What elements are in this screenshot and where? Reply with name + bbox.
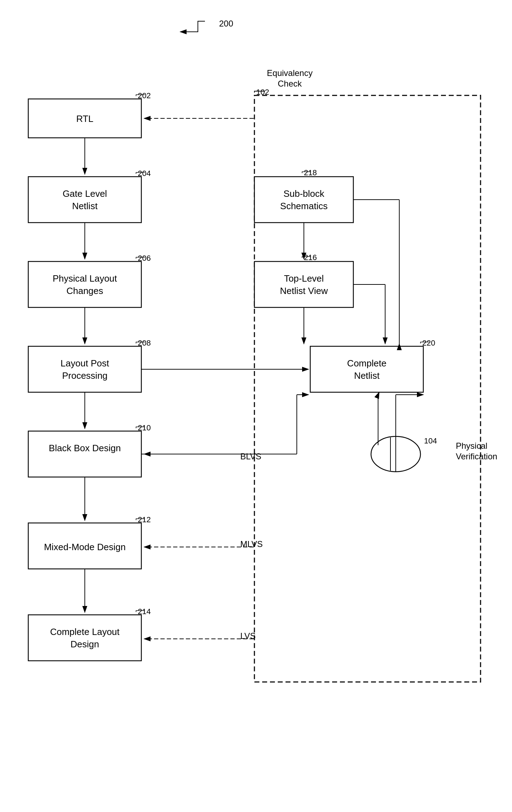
diagram-container: 200 Equivalency Check 102 RTL 202 Gate L…: [0, 0, 512, 812]
layout-post-label2: Processing: [62, 370, 108, 381]
ref-204: 204: [138, 169, 151, 178]
sub-block-label1: Sub-block: [283, 188, 325, 199]
complete-netlist-box: [310, 346, 423, 392]
diagram-svg: 200 Equivalency Check 102 RTL 202 Gate L…: [0, 0, 512, 812]
ref-104: 104: [424, 436, 437, 445]
gate-level-label2: Netlist: [72, 201, 98, 211]
complete-layout-label2: Design: [71, 639, 99, 649]
ref-216: 216: [304, 253, 317, 262]
ref-212: 212: [138, 515, 151, 524]
complete-netlist-label1: Complete: [347, 358, 386, 369]
top-level-label1: Top-Level: [284, 273, 324, 284]
black-box-box: [28, 431, 141, 477]
equivalency-check-label2: Check: [278, 79, 302, 88]
equivalency-check-label: Equivalency: [267, 68, 312, 78]
ref-208: 208: [138, 339, 151, 347]
rtl-label: RTL: [76, 113, 94, 124]
ref-210: 210: [138, 423, 151, 432]
phys-layout-box: [28, 261, 141, 307]
mixed-mode-label: Mixed-Mode Design: [44, 542, 125, 552]
ref-200: 200: [219, 19, 233, 28]
complete-layout-box: [28, 615, 141, 661]
phys-ver-label1: Physical: [456, 441, 487, 451]
blvs-label: BLVS: [240, 452, 261, 461]
sub-block-label2: Schematics: [280, 201, 328, 211]
phys-layout-label1: Physical Layout: [53, 273, 117, 284]
phys-ver-label2: Verification: [456, 452, 497, 461]
gate-level-box: [28, 177, 141, 223]
phys-layout-label2: Changes: [66, 286, 103, 296]
complete-netlist-label2: Netlist: [354, 370, 380, 381]
sub-block-box: [254, 177, 353, 223]
layout-post-label1: Layout Post: [60, 358, 109, 369]
ref-102: 102: [256, 88, 269, 96]
ref-214: 214: [138, 607, 151, 616]
ref-202: 202: [138, 91, 151, 100]
complete-layout-label1: Complete Layout: [50, 626, 120, 637]
top-level-box: [254, 261, 353, 307]
ref-220: 220: [422, 339, 435, 347]
layout-post-box: [28, 346, 141, 392]
black-box-label1: Black Box Design: [49, 443, 121, 453]
ref-218: 218: [304, 168, 317, 177]
top-level-label2: Netlist View: [280, 286, 328, 296]
ref-206: 206: [138, 254, 151, 263]
gate-level-label1: Gate Level: [63, 188, 107, 199]
